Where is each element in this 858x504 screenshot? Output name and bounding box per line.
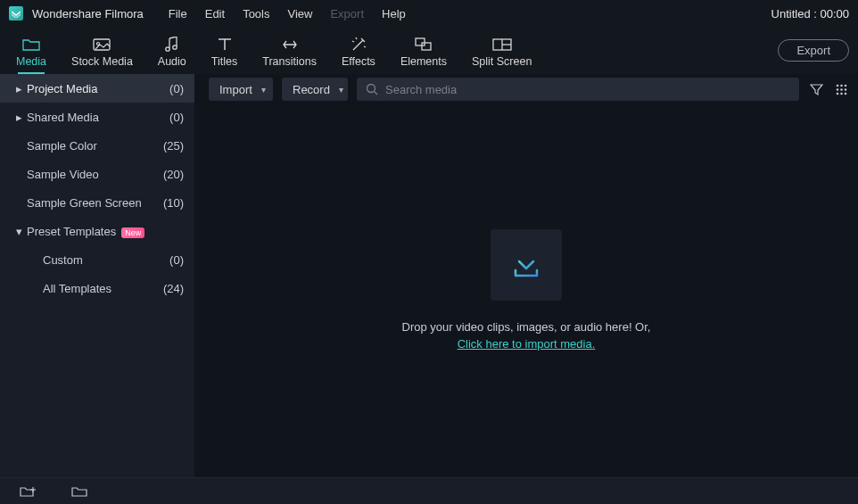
svg-rect-5: [422, 43, 431, 50]
titles-icon: [217, 37, 233, 53]
grid-view-icon[interactable]: [833, 81, 849, 97]
menu-bar: FileEditToolsViewExportHelp: [160, 7, 415, 21]
drop-text: Drop your video clips, images, or audio …: [402, 318, 651, 353]
sidebar-item-count: (10): [163, 196, 184, 210]
tab-label: Effects: [342, 55, 375, 68]
sidebar-item-count: (0): [169, 253, 184, 267]
tab-stock-media[interactable]: Stock Media: [59, 27, 145, 74]
app-logo-icon: [9, 6, 23, 21]
import-media-link[interactable]: Click here to import media.: [458, 337, 596, 351]
record-dropdown[interactable]: Record ▾: [282, 78, 348, 101]
project-title: Untitled : 00:00: [771, 7, 849, 21]
main-area: ▸Project Media(0)▸Shared Media(0)▸Sample…: [0, 74, 858, 477]
transitions-icon: [281, 37, 299, 53]
svg-point-13: [844, 84, 846, 87]
svg-point-3: [173, 45, 177, 49]
sidebar-item-project-media[interactable]: ▸Project Media(0): [0, 74, 194, 103]
tab-transitions[interactable]: Transitions: [250, 27, 329, 74]
import-dropdown[interactable]: Import ▾: [209, 78, 273, 101]
effects-icon: [351, 37, 367, 53]
sidebar-item-label: Preset TemplatesNew: [27, 225, 184, 238]
audio-icon: [163, 37, 181, 53]
tab-effects[interactable]: Effects: [329, 27, 388, 74]
menu-export: Export: [321, 7, 373, 21]
tab-label: Media: [16, 55, 46, 68]
tab-label: Transitions: [262, 55, 317, 68]
sidebar-item-label: Sample Video: [27, 168, 163, 181]
sidebar-item-count: (20): [163, 168, 184, 181]
bottom-bar: [0, 477, 858, 504]
sidebar-item-label: Sample Color: [27, 139, 163, 153]
drop-text-line1: Drop your video clips, images, or audio …: [402, 318, 651, 336]
tab-split-screen[interactable]: Split Screen: [459, 27, 544, 74]
tab-titles[interactable]: Titles: [199, 27, 250, 74]
svg-rect-4: [416, 38, 425, 45]
caret-icon: ▸: [11, 82, 27, 95]
svg-point-12: [840, 84, 843, 87]
menu-file[interactable]: File: [160, 7, 196, 21]
sidebar-item-shared-media[interactable]: ▸Shared Media(0): [0, 103, 194, 131]
content-area: Import ▾ Record ▾: [194, 74, 858, 477]
tab-label: Stock Media: [71, 55, 133, 68]
titlebar: Wondershare Filmora FileEditToolsViewExp…: [0, 0, 858, 27]
record-label: Record: [293, 83, 330, 96]
tool-tabs-bar: MediaStock MediaAudioTitlesTransitionsEf…: [0, 27, 858, 74]
sidebar-item-label: Custom: [27, 253, 169, 267]
svg-line-10: [375, 92, 378, 95]
sidebar-item-label: Project Media: [27, 82, 169, 95]
app-name: Wondershare Filmora: [32, 7, 144, 21]
sidebar-list: ▸Project Media(0)▸Shared Media(0)▸Sample…: [0, 74, 194, 477]
tab-media[interactable]: Media: [4, 27, 59, 74]
menu-edit[interactable]: Edit: [196, 7, 234, 21]
sidebar-item-label: Shared Media: [27, 111, 169, 124]
svg-point-18: [840, 92, 843, 95]
sidebar-item-preset-templates[interactable]: ▾Preset TemplatesNew: [0, 217, 194, 245]
tab-elements[interactable]: Elements: [388, 27, 459, 74]
sidebar-item-sample-video[interactable]: ▸Sample Video(20): [0, 160, 194, 188]
sidebar-item-all-templates[interactable]: ▸All Templates(24): [0, 274, 194, 302]
filter-icon[interactable]: [808, 81, 824, 97]
svg-point-1: [97, 43, 100, 45]
sidebar-item-sample-color[interactable]: ▸Sample Color(25): [0, 131, 194, 160]
import-icon-tile: [491, 229, 562, 301]
stock-media-icon: [93, 37, 111, 53]
svg-point-9: [367, 85, 375, 93]
chevron-down-icon: ▾: [339, 85, 343, 95]
new-badge: New: [121, 227, 144, 238]
export-button[interactable]: Export: [778, 39, 849, 62]
sidebar-item-count: (24): [163, 282, 184, 295]
caret-icon: ▾: [11, 225, 27, 238]
split-screen-icon: [492, 37, 512, 53]
menu-tools[interactable]: Tools: [234, 7, 278, 21]
import-label: Import: [219, 83, 252, 96]
svg-point-2: [166, 47, 169, 51]
sidebar-item-sample-green-screen[interactable]: ▸Sample Green Screen(10): [0, 188, 194, 217]
svg-point-14: [836, 88, 838, 91]
sidebar-item-count: (25): [163, 139, 184, 153]
tab-audio[interactable]: Audio: [145, 27, 199, 74]
menu-help[interactable]: Help: [373, 7, 415, 21]
svg-point-16: [844, 88, 846, 91]
chevron-down-icon: ▾: [261, 85, 266, 95]
new-folder-icon[interactable]: [20, 485, 36, 498]
search-input[interactable]: [385, 83, 790, 96]
content-toolbar: Import ▾ Record ▾: [194, 74, 858, 104]
menu-view[interactable]: View: [278, 7, 321, 21]
media-icon: [22, 37, 40, 53]
tab-label: Titles: [211, 55, 237, 68]
svg-point-17: [836, 92, 838, 95]
sidebar: ▸Project Media(0)▸Shared Media(0)▸Sample…: [0, 74, 194, 477]
folder-icon[interactable]: [71, 485, 87, 498]
svg-point-11: [836, 84, 838, 87]
sidebar-item-custom[interactable]: ▸Custom(0): [0, 245, 194, 274]
sidebar-item-label: Sample Green Screen: [27, 196, 163, 210]
tool-tabs: MediaStock MediaAudioTitlesTransitionsEf…: [0, 27, 544, 74]
tab-label: Audio: [158, 55, 186, 68]
tab-label: Split Screen: [472, 55, 532, 68]
svg-point-19: [844, 92, 846, 95]
sidebar-item-count: (0): [169, 82, 184, 95]
search-box[interactable]: [357, 78, 799, 101]
elements-icon: [415, 37, 433, 53]
drop-zone[interactable]: Drop your video clips, images, or audio …: [194, 104, 858, 477]
sidebar-item-count: (0): [169, 111, 184, 124]
